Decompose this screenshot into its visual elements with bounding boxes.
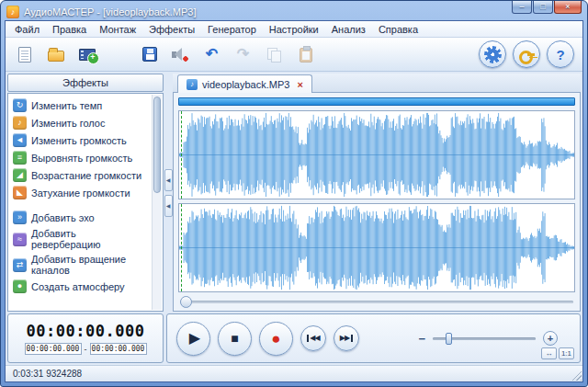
volume-control: − + [418, 331, 558, 346]
waveform-left[interactable] [179, 111, 574, 199]
waveform-channel-right[interactable] [178, 203, 575, 292]
normalize-icon: ≡ [13, 151, 27, 165]
effect-item-0[interactable]: ↻Изменить темп [11, 97, 150, 114]
volume-minus-icon[interactable]: − [418, 332, 425, 346]
effect-item-8[interactable]: ⇄Добавить вращение каналов [11, 252, 150, 278]
collapse-panel-button-bottom[interactable]: ◀ [164, 195, 173, 217]
effects-scrollbar[interactable] [152, 95, 162, 310]
effect-item-2[interactable]: ◄Изменить громкость [11, 131, 150, 149]
effect-item-6[interactable]: »Добавить эхо [11, 209, 150, 226]
effect-item-3[interactable]: ≡Выровнять громкость [11, 149, 150, 166]
redo-button [229, 41, 257, 68]
play-icon: ▶ [189, 331, 200, 346]
effect-item-9[interactable]: ●Создать атмосферу [11, 278, 150, 295]
title-bar[interactable]: ♪ АудиоМАСТЕР - [videoplayback.MP3] – □ … [5, 1, 583, 20]
reverb-icon: ≈ [13, 233, 27, 246]
toolbar-main [10, 41, 320, 68]
menu-item-7[interactable]: Справка [372, 23, 424, 36]
tab-videoplayback[interactable]: ♪ videoplayback.MP3 × [177, 74, 312, 93]
hscroll-track[interactable] [180, 301, 573, 303]
hscroll-thumb[interactable] [180, 296, 192, 308]
menu-item-3[interactable]: Эффекты [142, 23, 201, 36]
effect-label: Изменить громкость [31, 135, 127, 146]
zoom-controls: ↔ 1:1 [541, 347, 574, 359]
skip-start-icon: ◀◀ [307, 335, 319, 342]
waveform-channel-left[interactable] [178, 110, 575, 199]
effect-label: Возрастание громкости [31, 170, 141, 181]
status-text: 0:03:31 9324288 [13, 369, 82, 379]
recorder-button[interactable] [166, 41, 195, 68]
tab-close-icon[interactable]: × [297, 79, 302, 90]
copy-icon [267, 48, 281, 62]
resize-grip[interactable] [570, 369, 582, 381]
stop-icon: ■ [231, 332, 238, 345]
effect-label: Добавить вращение каналов [31, 254, 148, 276]
effect-item-5[interactable]: ◣Затухание громкости [11, 184, 150, 201]
tab-label: videoplayback.MP3 [202, 79, 289, 90]
copy-button [260, 41, 288, 68]
toolbar-right [479, 40, 578, 68]
grab-cd-button[interactable] [104, 41, 132, 68]
volume-plus-icon[interactable]: + [543, 331, 558, 346]
effects-header-button[interactable]: Эффекты [7, 74, 164, 92]
zoom-one-to-one-button[interactable]: 1:1 [559, 347, 574, 359]
help-button[interactable] [547, 40, 574, 68]
collapse-panel-button-top[interactable]: ◀ [164, 169, 173, 191]
effect-label: Создать атмосферу [31, 281, 125, 292]
record-button[interactable]: ● [259, 322, 293, 356]
volume-slider[interactable] [433, 337, 536, 340]
waveform-right[interactable] [179, 204, 574, 291]
effect-item-4[interactable]: ◢Возрастание громкости [11, 166, 150, 184]
waveform-hscroll[interactable] [178, 295, 575, 309]
menu-item-5[interactable]: Настройки [263, 23, 325, 36]
menu-item-0[interactable]: Файл [8, 23, 46, 36]
key-button[interactable] [513, 40, 540, 68]
skip-start-button[interactable]: ◀◀ [300, 325, 326, 351]
position-time-display: 00:00:00.000 [27, 322, 145, 340]
volume-slider-thumb[interactable] [446, 333, 452, 345]
effect-label: Изменить голос [31, 118, 105, 129]
undo-button[interactable] [198, 41, 226, 68]
new-file-button[interactable] [10, 41, 39, 68]
zoom-fit-button[interactable]: ↔ [541, 347, 557, 359]
app-icon: ♪ [6, 6, 19, 18]
play-button[interactable]: ▶ [176, 322, 210, 356]
extract-video-icon [79, 49, 96, 61]
minimize-button[interactable]: – [512, 1, 532, 14]
selection-start-field[interactable]: 00:00:00.000 [25, 343, 82, 355]
menu-item-2[interactable]: Монтаж [93, 23, 142, 36]
effects-scrollbar-thumb[interactable] [153, 97, 161, 193]
menu-item-1[interactable]: Правка [46, 23, 93, 36]
menu-item-6[interactable]: Анализ [325, 23, 372, 36]
status-bar: 0:03:31 9324288 [6, 365, 582, 381]
undo-icon [204, 46, 220, 63]
settings-button[interactable] [479, 40, 506, 68]
extract-video-button[interactable] [73, 41, 101, 68]
recorder-icon [172, 48, 189, 62]
help-icon [552, 46, 569, 63]
effect-item-1[interactable]: ♪Изменить голос [11, 114, 150, 131]
panel-splitter[interactable]: ◀ ◀ [164, 74, 173, 312]
settings-icon [484, 46, 502, 63]
fade-in-icon: ◢ [13, 168, 27, 182]
effects-sidebar: Эффекты ↻Изменить темп♪Изменить голос◄Из… [7, 74, 164, 312]
tempo-icon: ↻ [13, 98, 27, 112]
effect-label: Добавить эхо [31, 212, 95, 223]
transport-box: ▶ ■ ● ◀◀ ▶▶ − [166, 313, 581, 363]
effect-item-7[interactable]: ≈Добавить реверберацию [11, 226, 150, 252]
stop-button[interactable]: ■ [218, 322, 252, 356]
close-button[interactable]: × [554, 1, 582, 14]
effect-label: Изменить темп [31, 100, 102, 111]
record-icon: ● [271, 331, 280, 347]
audio-file-icon: ♪ [187, 79, 198, 90]
menu-item-4[interactable]: Генератор [201, 23, 263, 36]
rotate-channels-icon: ⇄ [13, 258, 27, 272]
atmosphere-icon: ● [13, 279, 27, 293]
skip-end-button[interactable]: ▶▶ [334, 325, 359, 351]
save-button[interactable] [135, 41, 164, 68]
waveform-overview-bar[interactable] [178, 97, 575, 106]
selection-end-field[interactable]: 00:00:00.000 [90, 343, 147, 355]
selection-separator: - [85, 345, 87, 354]
maximize-button[interactable]: □ [533, 1, 553, 14]
open-folder-button[interactable] [41, 41, 70, 68]
